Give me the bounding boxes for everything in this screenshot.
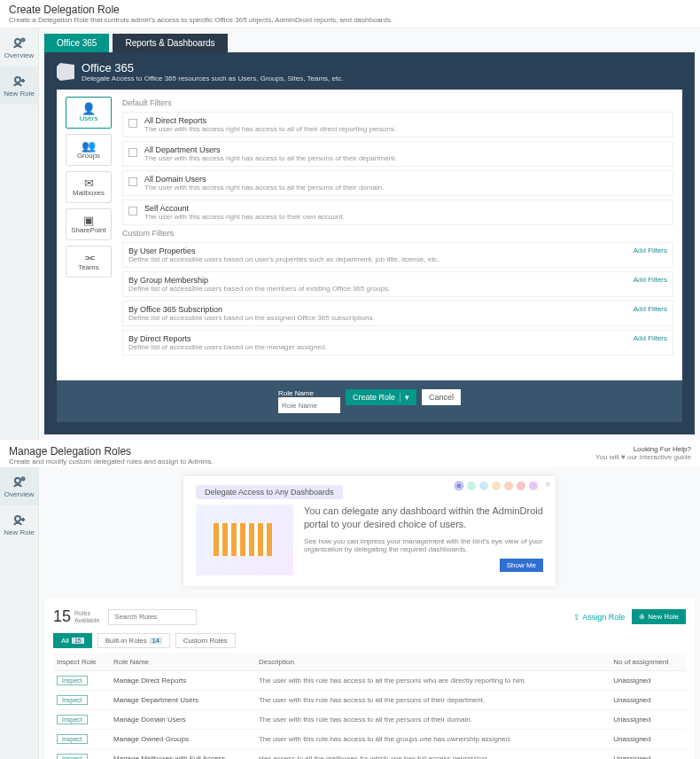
object-label: Users bbox=[80, 114, 98, 122]
checkbox[interactable] bbox=[128, 119, 137, 128]
filter-title: All Department Users bbox=[144, 145, 397, 154]
default-filter-row[interactable]: All Direct ReportsThe user with this acc… bbox=[122, 112, 673, 137]
carousel-dot[interactable] bbox=[492, 481, 501, 490]
default-filter-row[interactable]: Self AccountThe user with this access ri… bbox=[122, 200, 673, 225]
sidenav-new-role[interactable]: New Role bbox=[0, 67, 38, 105]
svg-point-5 bbox=[15, 516, 20, 521]
create-section: Overview New Role Office 365 Reports & D… bbox=[0, 28, 700, 440]
manage-content: × Delegate Access to Any Dashboards You … bbox=[39, 467, 700, 759]
panel-banner: Office 365 Delegate Access to Office 365… bbox=[57, 61, 682, 82]
delegate-panel: Office 365 Delegate Access to Office 365… bbox=[44, 52, 695, 434]
col-inspect[interactable]: Inspect Role bbox=[53, 653, 110, 671]
checkbox[interactable] bbox=[128, 207, 137, 215]
object-groups[interactable]: 👥Groups bbox=[66, 134, 112, 166]
sidenav-new-role[interactable]: New Role bbox=[0, 505, 38, 544]
object-teams[interactable]: ⫘Teams bbox=[66, 246, 112, 278]
chevron-down-icon: ▾ bbox=[405, 393, 409, 402]
search-input[interactable] bbox=[108, 609, 197, 625]
role-name: Manage Direct Reports bbox=[110, 671, 255, 691]
carousel-dot[interactable] bbox=[467, 481, 476, 490]
role-name: Manage Department Users bbox=[110, 691, 255, 710]
close-icon[interactable]: × bbox=[545, 480, 550, 489]
assign-role-link[interactable]: ⇪ Assign Role bbox=[573, 613, 625, 622]
col-name[interactable]: Role Name bbox=[110, 653, 255, 671]
assign-icon: ⇪ bbox=[573, 613, 580, 622]
role-name-input[interactable] bbox=[278, 397, 340, 413]
default-filter-row[interactable]: All Department UsersThe user with this a… bbox=[122, 141, 673, 167]
role-desc: The user with this role has access to al… bbox=[255, 671, 610, 691]
custom-filter-row: By Direct ReportsDefine list of accessib… bbox=[122, 330, 673, 356]
table-row[interactable]: InspectManage Direct ReportsThe user wit… bbox=[53, 671, 686, 691]
info-panel: × Delegate Access to Any Dashboards You … bbox=[183, 476, 556, 586]
add-filters-link[interactable]: Add Filters bbox=[634, 276, 667, 284]
overview-icon bbox=[12, 35, 27, 50]
table-row[interactable]: InspectManage Domain UsersThe user with … bbox=[53, 710, 686, 730]
object-icon: ✉ bbox=[84, 177, 94, 189]
svg-point-2 bbox=[15, 77, 20, 82]
sidenav-overview[interactable]: Overview bbox=[0, 28, 38, 67]
tab-office365[interactable]: Office 365 bbox=[44, 34, 109, 52]
show-me-button[interactable]: Show Me bbox=[500, 559, 543, 572]
carousel-dots[interactable] bbox=[455, 481, 538, 490]
tabs: Office 365 Reports & Dashboards bbox=[39, 28, 700, 52]
bottom-bar: Role Name Create Role ▾ Cancel bbox=[57, 380, 682, 422]
inspect-button[interactable]: Inspect bbox=[57, 715, 88, 724]
tab-all[interactable]: All15 bbox=[53, 633, 92, 648]
help-title[interactable]: Looking For Help? bbox=[595, 445, 691, 453]
tab-custom[interactable]: Custom Roles bbox=[175, 633, 236, 648]
object-icon: 👥 bbox=[82, 140, 96, 152]
role-assign: Unassigned bbox=[610, 710, 686, 730]
svg-point-3 bbox=[15, 478, 20, 483]
filter-title: By Direct Reports bbox=[128, 334, 327, 343]
inspect-button[interactable]: Inspect bbox=[57, 734, 88, 744]
table-row[interactable]: InspectManage Department UsersThe user w… bbox=[53, 691, 686, 710]
carousel-dot[interactable] bbox=[517, 481, 525, 490]
filter-desc: The user with this access right has acce… bbox=[144, 213, 345, 221]
new-role-icon bbox=[12, 74, 27, 88]
create-role-button[interactable]: Create Role ▾ bbox=[346, 389, 416, 405]
object-icon: ⫘ bbox=[83, 252, 95, 263]
sidenav-overview[interactable]: Overview bbox=[0, 467, 38, 505]
inspect-button[interactable]: Inspect bbox=[57, 754, 88, 759]
carousel-dot[interactable] bbox=[504, 481, 513, 490]
col-assign[interactable]: No of assignment bbox=[610, 653, 686, 671]
custom-filter-row: By Group MembershipDefine list of access… bbox=[122, 271, 673, 297]
col-desc[interactable]: Description bbox=[255, 653, 610, 671]
info-illustration bbox=[196, 505, 293, 575]
svg-point-1 bbox=[21, 39, 24, 42]
add-filters-link[interactable]: Add Filters bbox=[634, 334, 667, 342]
add-filters-link[interactable]: Add Filters bbox=[634, 246, 667, 254]
create-role-label: Create Role bbox=[353, 393, 395, 402]
filters: Default Filters All Direct ReportsThe us… bbox=[122, 97, 673, 359]
user-plus-icon: ⊕ bbox=[639, 613, 645, 621]
carousel-dot[interactable] bbox=[529, 481, 538, 490]
add-filters-link[interactable]: Add Filters bbox=[634, 305, 667, 313]
object-icon: ▣ bbox=[83, 215, 94, 226]
table-row[interactable]: InspectManage Mailboxes with Full Access… bbox=[53, 749, 686, 760]
role-name-label: Role Name bbox=[278, 389, 340, 397]
role-desc: The user with this role has access to al… bbox=[255, 730, 610, 749]
tab-reports-dashboards[interactable]: Reports & Dashboards bbox=[113, 34, 227, 52]
default-filter-row[interactable]: All Domain UsersThe user with this acces… bbox=[122, 170, 673, 196]
filter-desc: Define list of accessible users based on… bbox=[128, 314, 375, 322]
new-role-button[interactable]: ⊕ New Role bbox=[632, 609, 686, 624]
tab-builtin[interactable]: Built-in Roles14 bbox=[97, 633, 170, 648]
info-sub: See how you can impress your management … bbox=[304, 537, 543, 553]
custom-filter-row: By Office 365 SubscriptionDefine list of… bbox=[122, 301, 673, 326]
object-label: Groups bbox=[77, 152, 100, 160]
cancel-button[interactable]: Cancel bbox=[422, 389, 461, 405]
custom-filter-row: By User PropertiesDefine list of accessi… bbox=[122, 242, 673, 268]
filter-desc: Define list of accessible users based on… bbox=[128, 285, 390, 293]
carousel-dot[interactable] bbox=[455, 481, 463, 490]
table-row[interactable]: InspectManage Owned GroupsThe user with … bbox=[53, 730, 686, 749]
info-chip: Delegate Access to Any Dashboards bbox=[196, 485, 343, 499]
inspect-button[interactable]: Inspect bbox=[57, 695, 88, 705]
object-nav: 👤Users👥Groups✉Mailboxes▣SharePoint⫘Teams bbox=[66, 97, 112, 359]
object-sharepoint[interactable]: ▣SharePoint bbox=[66, 208, 112, 240]
checkbox[interactable] bbox=[128, 148, 137, 157]
carousel-dot[interactable] bbox=[479, 481, 488, 490]
checkbox[interactable] bbox=[128, 177, 137, 186]
object-mailboxes[interactable]: ✉Mailboxes bbox=[66, 171, 112, 203]
inspect-button[interactable]: Inspect bbox=[57, 676, 88, 685]
object-users[interactable]: 👤Users bbox=[66, 97, 112, 129]
